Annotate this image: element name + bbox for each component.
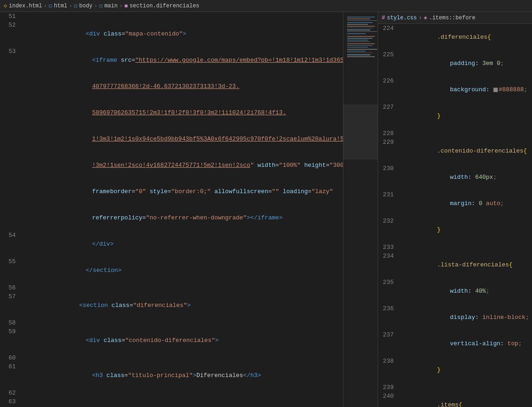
- svg-rect-14: [347, 40, 368, 41]
- code-line-62: 62: [0, 389, 343, 397]
- svg-rect-10: [347, 31, 377, 32]
- bc-sep-3: ›: [95, 3, 98, 9]
- svg-rect-1: [343, 12, 378, 407]
- svg-rect-16: [347, 43, 375, 44]
- svg-rect-7: [347, 26, 375, 27]
- code-line-60: 60: [0, 354, 343, 362]
- code-line-51: 51: [0, 12, 343, 21]
- code-line-52: 52 <div class="mapa-contenido">: [0, 21, 343, 47]
- css-line-232: 232 }: [378, 217, 532, 243]
- code-line-59: 59 <div class="contenido-diferenciales">: [0, 327, 343, 354]
- bc-section-diferenciales[interactable]: section.diferenciales: [130, 3, 199, 9]
- right-code-scroll[interactable]: 224 .diferenciales{ 225 padding: 3em 0; …: [378, 24, 532, 407]
- left-code-panel: 51 52 <div class="mapa-contenido"> 53 <i…: [0, 12, 378, 407]
- svg-rect-8: [347, 28, 372, 28]
- css-line-234: 234 .lista-diferenciales{: [378, 252, 532, 278]
- code-line-55: 55 </section>: [0, 257, 343, 283]
- svg-rect-12: [347, 36, 375, 37]
- svg-rect-20: [347, 51, 366, 52]
- bc-html[interactable]: html: [54, 3, 67, 9]
- code-line-63: 63 <ul class="lista-diferenciales">: [0, 397, 343, 407]
- bc-main[interactable]: main: [104, 3, 118, 9]
- code-line-61: 61 <h3 class="titulo-principal">Diferenc…: [0, 362, 343, 389]
- css-line-237: 237 vertical-align: top;: [378, 330, 532, 357]
- code-line-57: 57 <section class="diferenciales">: [0, 292, 343, 319]
- bc-icon-html: ◻: [49, 2, 52, 9]
- left-code-scroll[interactable]: 51 52 <div class="mapa-contenido"> 53 <i…: [0, 12, 343, 407]
- css-line-236: 236 display: inline-block;: [378, 304, 532, 330]
- code-line-53c: 589697062635715!2m3!1f0!2f0!3f0!3m2!1i10…: [0, 100, 343, 126]
- right-panel: # style.css › ◈ .items::before 224 .dife…: [378, 12, 532, 407]
- css-line-230: 230 width: 640px;: [378, 164, 532, 190]
- right-bc-hash: #: [382, 15, 385, 21]
- svg-rect-22: [347, 54, 370, 55]
- css-line-240: 240 .items{: [378, 392, 532, 407]
- bc-icon-body: ◻: [74, 2, 77, 9]
- svg-rect-21: [347, 53, 372, 53]
- svg-rect-6: [347, 24, 368, 25]
- bc-icon-diamond: ◇: [4, 2, 7, 9]
- right-bc-file[interactable]: style.css: [387, 15, 417, 21]
- css-line-233: 233: [378, 243, 532, 252]
- code-line-58: 58: [0, 319, 343, 327]
- code-line-53d: 1!3m3!1m2!1s0x94ce5bd9bb943bf5%3A0x6f642…: [0, 126, 343, 152]
- svg-rect-17: [347, 45, 372, 46]
- bc-file-html[interactable]: index.html: [9, 3, 42, 9]
- code-line-53: 53 <iframe src="https://www.google.com/m…: [0, 47, 343, 73]
- svg-rect-13: [347, 38, 372, 39]
- right-bc-icon: ◈: [424, 14, 427, 21]
- css-line-227: 227 }: [378, 103, 532, 129]
- bc-body[interactable]: body: [79, 3, 93, 9]
- svg-rect-18: [347, 47, 368, 47]
- svg-rect-5: [347, 22, 372, 23]
- code-line-53f: frameborder="0" style="border:0;" allowf…: [0, 178, 343, 205]
- css-line-229: 229 .contenido-diferenciales{: [378, 138, 532, 164]
- bc-sep-2: ›: [69, 3, 72, 9]
- code-line-53b: 4079777268366!2d-46.63721302373133!3d-23…: [0, 73, 343, 100]
- left-panel: 51 52 <div class="mapa-contenido"> 53 <i…: [0, 12, 378, 407]
- right-bc-sep: ›: [419, 15, 422, 21]
- css-line-224: 224 .diferenciales{: [378, 24, 532, 50]
- bc-icon-main: ◻: [99, 2, 102, 9]
- css-line-226: 226 background: #888888;: [378, 77, 532, 103]
- css-line-235: 235 width: 40%;: [378, 278, 532, 304]
- css-line-239: 239: [378, 383, 532, 392]
- right-breadcrumb: # style.css › ◈ .items::before: [378, 12, 532, 24]
- svg-rect-3: [347, 18, 370, 19]
- main-area: 51 52 <div class="mapa-contenido"> 53 <i…: [0, 12, 532, 407]
- bc-sep-1: ›: [44, 3, 47, 9]
- css-line-225: 225 padding: 3em 0;: [378, 50, 532, 77]
- code-line-56: 56: [0, 283, 343, 292]
- css-line-228: 228: [378, 129, 532, 138]
- svg-rect-19: [347, 49, 377, 50]
- right-bc-selector[interactable]: .items::before: [429, 15, 475, 21]
- svg-rect-15: [347, 41, 370, 42]
- bc-icon-section: ◼: [124, 2, 128, 9]
- code-line-53e: !3m2!1sen!2sco!4v1682724475771!5m2!1sen!…: [0, 152, 343, 178]
- svg-rect-9: [347, 29, 370, 30]
- svg-rect-11: [347, 33, 366, 34]
- minimap[interactable]: [343, 12, 378, 407]
- css-line-231: 231 margin: 0 auto;: [378, 190, 532, 217]
- code-line-54: 54 </div>: [0, 231, 343, 257]
- svg-rect-4: [347, 20, 377, 21]
- svg-rect-23: [347, 56, 375, 57]
- css-line-238: 238 }: [378, 357, 532, 383]
- bc-sep-4: ›: [119, 3, 123, 9]
- left-breadcrumb: ◇ index.html › ◻ html › ◻ body › ◻ main …: [0, 0, 532, 12]
- code-line-53g: referrerpolicy="no-referrer-when-downgra…: [0, 205, 343, 231]
- svg-rect-24: [343, 104, 378, 159]
- svg-rect-2: [347, 17, 375, 18]
